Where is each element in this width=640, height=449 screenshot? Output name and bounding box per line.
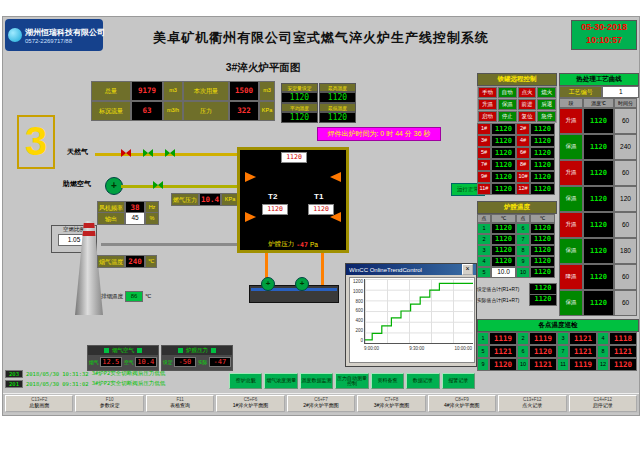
flue-air-panel: 烟气空气 烟气12.5 空气10.4: [87, 345, 159, 371]
process-table-cell: 180: [614, 238, 637, 264]
x-tick-label: 10:00:00: [454, 346, 472, 355]
process-table-cell: 240: [614, 134, 637, 160]
nav-button[interactable]: 温度数据监测: [300, 373, 333, 389]
gas-panel-cell: 总量: [91, 81, 131, 101]
zone-temp-head-cell: ℃: [530, 214, 555, 223]
toolbar-button[interactable]: F11 表格查询: [146, 395, 214, 412]
toolbar-button-label: 点火记录: [522, 403, 542, 409]
temp-patrol-panel: 各点温度巡检 111192111931121411185112161120711…: [477, 319, 639, 371]
burner-flame-icon: [245, 172, 256, 182]
thermocouple-t1-label: T1: [314, 192, 323, 201]
gas-panel-cell: 1500: [229, 81, 259, 101]
trend-plot: 120010008006004002000 9:00:009:30:0010:0…: [349, 277, 475, 363]
toolbar-button[interactable]: F10 参数设定: [75, 395, 143, 412]
circulation-pump-icon[interactable]: +: [295, 277, 309, 291]
burner-temp-cell: 11#: [477, 183, 491, 195]
toolbar-button[interactable]: C8+F9 4#淬火炉平面图: [428, 395, 496, 412]
toolbar-button[interactable]: C6+F7 2#淬火炉平面图: [287, 395, 355, 412]
thermocouple-t2-label: T2: [268, 192, 277, 201]
zone-temp-cell: 8: [516, 245, 530, 256]
process-table-cell: 升温: [559, 160, 583, 186]
zone-temp-grid: 1112061120211207112031120811204112091120…: [477, 223, 557, 278]
burner-temp-cell: 3#: [477, 135, 491, 147]
trend-x-axis: 9:00:009:30:0010:00:00: [364, 346, 472, 355]
remote-control-title: 铁罐远程控制: [477, 73, 557, 86]
workpiece-out-time-banner: 焊件出炉时间为: 0 时 44 分 36 秒: [317, 127, 441, 141]
remote-control-button[interactable]: 熄火: [537, 87, 556, 98]
trend-chart: [364, 279, 473, 344]
flue-air-panel-title: 烟气空气: [112, 347, 134, 354]
alarm-message: 3#炉P2安全切断阀后压力低低: [92, 380, 166, 387]
toolbar-button[interactable]: C13+F2 总貌画面: [5, 395, 73, 412]
circulation-pump-icon[interactable]: +: [261, 277, 275, 291]
fan-output-unit: %: [145, 212, 159, 225]
toolbar-button[interactable]: C13+F12 点火记录: [498, 395, 566, 412]
alarm-row[interactable]: 203 2018/05/30 10:31:32 3#炉P2安全切断阀后压力低低: [5, 369, 229, 378]
zone-temp-cell: 1120: [491, 234, 516, 245]
gas-valve-icon[interactable]: [143, 149, 153, 157]
remote-control-button[interactable]: 保温: [498, 99, 517, 110]
process-table-cell: 1120: [583, 264, 614, 290]
remote-control-button[interactable]: 复位: [518, 111, 537, 122]
fan-output-label: 输出: [97, 212, 125, 225]
flue-pipe: [101, 243, 237, 246]
furnace-pressure-readout: 炉膛压力 -47 Pa: [240, 239, 346, 250]
fan-frequency-meter: 风机频率 38 Hz 输出 45 %: [97, 201, 159, 223]
nav-button[interactable]: 数据记录: [406, 373, 439, 389]
remote-control-button[interactable]: 手动: [478, 87, 497, 98]
gas-panel-cell: 标况流量: [91, 101, 131, 121]
toolbar-button-label: 2#淬火炉平面图: [303, 403, 339, 409]
zone-temp-cell: 2: [477, 234, 491, 245]
zone-temp-cell: 10.0: [491, 267, 516, 278]
process-table-cell: 1120: [583, 212, 614, 238]
toolbar-button[interactable]: C5+F6 1#淬火炉平面图: [216, 395, 284, 412]
toolbar-button[interactable]: C7+F8 3#淬火炉平面图: [357, 395, 425, 412]
zone-temp-head-cell: 点: [516, 214, 530, 223]
close-icon[interactable]: ×: [462, 264, 473, 275]
y-tick-label: 1200: [350, 279, 364, 284]
furnace-number-badge: 3: [17, 115, 55, 169]
gas-valve-icon[interactable]: [165, 149, 175, 157]
air-valve-icon[interactable]: [153, 181, 163, 189]
process-curve-panel: 热处理工艺曲线 工艺编号 1 段温度℃时间分 升温112060保温1120240…: [559, 73, 639, 317]
temp-patrol-cell: 1121: [489, 345, 517, 358]
gas-valve-icon[interactable]: [121, 149, 131, 157]
burner-temp-cell: 1120: [530, 171, 555, 183]
temp-patrol-cell: 1119: [569, 358, 597, 371]
burner-temp-cell: 1120: [530, 159, 555, 171]
nav-button[interactable]: 窑炉总貌: [229, 373, 262, 389]
remote-control-button[interactable]: 停止: [498, 111, 517, 122]
remote-control-button[interactable]: 前进: [518, 99, 537, 110]
remote-control-button[interactable]: 启动: [478, 111, 497, 122]
fan-output-input[interactable]: 45: [125, 212, 145, 225]
burner-temp-cell: 6#: [516, 147, 530, 159]
nav-button[interactable]: 烟气浓度测量: [264, 373, 297, 389]
remote-control-button[interactable]: 自动: [498, 87, 517, 98]
remote-control-button[interactable]: 点火: [518, 87, 537, 98]
datetime-display: 05-30-2018 10:10:57: [571, 20, 637, 50]
process-table-cell: 1120: [583, 186, 614, 212]
remote-control-button[interactable]: 后退: [537, 99, 556, 110]
remote-control-button[interactable]: 升温: [478, 99, 497, 110]
y-tick-label: 0: [350, 338, 364, 343]
process-table-cell: 1120: [583, 238, 614, 264]
nav-button[interactable]: 报警记录: [442, 373, 475, 389]
alarm-date: 2018/05/30: [26, 381, 59, 387]
temp-patrol-cell: 1121: [609, 345, 637, 358]
totals-block: 设定值合计(R1+R7) 1120 实际值合计(R1+R7) 1120: [477, 283, 557, 305]
burner-temp-cell: 1120: [530, 183, 555, 195]
zone-temp-cell: 1120: [530, 245, 555, 256]
alarm-row[interactable]: 201 2018/05/30 09:31:02 3#炉P2安全切断阀后压力低低: [5, 379, 229, 388]
toolbar-button[interactable]: C14+F12 启停记录: [569, 395, 637, 412]
nav-button[interactable]: 资料备查: [371, 373, 404, 389]
natural-gas-label: 天然气: [67, 147, 88, 157]
process-number-input[interactable]: 1: [602, 86, 639, 98]
nav-button[interactable]: 压力自动测量控制: [335, 373, 368, 389]
temp-patrol-grid: 1111921119311214111851121611207112181121…: [477, 332, 639, 371]
zone-temp-cell: 10: [516, 267, 530, 278]
remote-control-button[interactable]: 急停: [537, 111, 556, 122]
temp-patrol-cell: 6: [517, 345, 529, 358]
time-text: 10:10:57: [572, 34, 636, 47]
temp-patrol-cell: 9: [477, 358, 489, 371]
temp-patrol-cell: 1120: [529, 345, 557, 358]
